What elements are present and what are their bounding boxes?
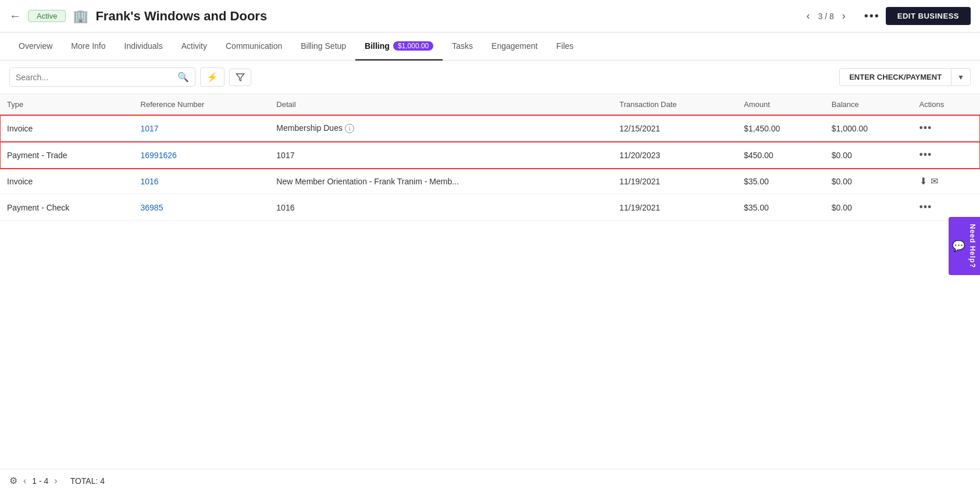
reference-link[interactable]: 1017 [141, 124, 159, 133]
footer-next-button[interactable]: › [54, 476, 57, 486]
cell-balance: $0.00 [825, 142, 913, 169]
billing-table: Type Reference Number Detail Transaction… [0, 94, 980, 221]
edit-business-button[interactable]: EDIT BUSINESS [886, 7, 971, 25]
help-sidebar[interactable]: Need Help? 💬 [949, 217, 980, 275]
footer-total: TOTAL: 4 [70, 476, 105, 486]
cell-balance: $0.00 [825, 169, 913, 194]
cell-date: 11/20/2023 [612, 142, 737, 169]
cell-detail: 1016 [269, 194, 612, 221]
nav-prev-button[interactable]: ‹ [803, 9, 814, 23]
tab-activity[interactable]: Activity [172, 33, 216, 60]
svg-marker-0 [236, 74, 244, 81]
tab-billing[interactable]: Billing $1,000.00 [355, 33, 443, 60]
tab-files[interactable]: Files [547, 33, 583, 60]
page-title: Frank's Windows and Doors [95, 9, 803, 24]
col-detail: Detail [269, 94, 612, 115]
cell-actions[interactable]: ••• [913, 142, 980, 169]
info-icon[interactable]: i [345, 124, 354, 133]
tab-tasks[interactable]: Tasks [443, 33, 482, 60]
email-icon[interactable]: ✉ [931, 176, 938, 186]
tab-navigation: Overview More Info Individuals Activity … [0, 33, 980, 60]
tab-engagement[interactable]: Engagement [482, 33, 547, 60]
table-footer: ⚙ ‹ 1 - 4 › TOTAL: 4 [0, 469, 980, 492]
header: ← Active 🏢 Frank's Windows and Doors ‹ 3… [0, 0, 980, 33]
table-row: Invoice1017Membership Duesi12/15/2021$1,… [0, 115, 980, 142]
toolbar: 🔍 ⚡ ENTER CHECK/PAYMENT ▼ [0, 60, 980, 94]
lightning-button[interactable]: ⚡ [200, 67, 224, 87]
back-button[interactable]: ← [9, 9, 21, 23]
cell-actions[interactable]: ••• [913, 115, 980, 142]
main-content: 🔍 ⚡ ENTER CHECK/PAYMENT ▼ Type Reference… [0, 60, 980, 492]
download-icon[interactable]: ⬇ [920, 176, 927, 186]
cell-reference[interactable]: 36985 [134, 194, 270, 221]
cell-type: Payment - Check [0, 194, 134, 221]
tab-billing-setup[interactable]: Billing Setup [291, 33, 355, 60]
nav-count: 3 / 8 [818, 12, 834, 21]
status-badge: Active [28, 10, 66, 22]
footer-prev-button[interactable]: ‹ [23, 476, 26, 486]
table-scroll-area[interactable]: Type Reference Number Detail Transaction… [0, 94, 980, 469]
cell-date: 11/19/2021 [612, 194, 737, 221]
cell-reference[interactable]: 16991626 [134, 142, 270, 169]
table-row: Invoice1016New Member Orientation - Fran… [0, 169, 980, 194]
cell-amount: $35.00 [737, 194, 825, 221]
cell-balance: $1,000.00 [825, 115, 913, 142]
cell-date: 12/15/2021 [612, 115, 737, 142]
billing-table-container: Type Reference Number Detail Transaction… [0, 94, 980, 492]
cell-type: Invoice [0, 115, 134, 142]
more-actions-button[interactable]: ••• [920, 201, 932, 213]
cell-amount: $1,450.00 [737, 115, 825, 142]
tab-individuals[interactable]: Individuals [115, 33, 172, 60]
tab-more-info[interactable]: More Info [62, 33, 115, 60]
nav-next-button[interactable]: › [839, 9, 849, 23]
cell-detail: New Member Orientation - Frank Tranim - … [269, 169, 612, 194]
tab-overview[interactable]: Overview [9, 33, 62, 60]
cell-date: 11/19/2021 [612, 169, 737, 194]
search-input[interactable] [16, 73, 177, 82]
cell-detail: Membership Duesi [269, 115, 612, 142]
reference-link[interactable]: 36985 [141, 203, 163, 212]
more-actions-button[interactable]: ••• [920, 149, 932, 161]
col-type: Type [0, 94, 134, 115]
help-label: Need Help? [968, 224, 977, 268]
building-icon: 🏢 [73, 9, 88, 24]
cell-reference[interactable]: 1016 [134, 169, 270, 194]
tab-communication[interactable]: Communication [216, 33, 291, 60]
cell-balance: $0.00 [825, 194, 913, 221]
cell-type: Payment - Trade [0, 142, 134, 169]
col-transaction-date: Transaction Date [612, 94, 737, 115]
enter-payment-caret[interactable]: ▼ [952, 69, 970, 85]
more-options-button[interactable]: ••• [858, 7, 886, 25]
table-header-row: Type Reference Number Detail Transaction… [0, 94, 980, 115]
more-actions-button[interactable]: ••• [920, 122, 932, 134]
table-row: Payment - Check36985101611/19/2021$35.00… [0, 194, 980, 221]
col-reference: Reference Number [134, 94, 270, 115]
cell-amount: $450.00 [737, 142, 825, 169]
billing-badge: $1,000.00 [393, 41, 433, 51]
reference-link[interactable]: 1016 [141, 177, 159, 186]
cell-actions[interactable]: ⬇✉ [913, 169, 980, 194]
col-balance: Balance [825, 94, 913, 115]
cell-amount: $35.00 [737, 169, 825, 194]
search-box: 🔍 [9, 67, 195, 87]
reference-link[interactable]: 16991626 [141, 151, 177, 160]
cell-detail: 1017 [269, 142, 612, 169]
enter-payment-button[interactable]: ENTER CHECK/PAYMENT ▼ [839, 68, 971, 86]
table-row: Payment - Trade16991626101711/20/2023$45… [0, 142, 980, 169]
cell-type: Invoice [0, 169, 134, 194]
cell-reference[interactable]: 1017 [134, 115, 270, 142]
record-nav: ‹ 3 / 8 › [803, 9, 849, 23]
filter-button[interactable] [229, 69, 251, 86]
search-icon[interactable]: 🔍 [177, 72, 189, 83]
settings-icon[interactable]: ⚙ [9, 475, 17, 486]
col-actions: Actions [913, 94, 980, 115]
enter-payment-label[interactable]: ENTER CHECK/PAYMENT [840, 69, 952, 85]
footer-range: 1 - 4 [32, 476, 48, 486]
chat-icon: 💬 [952, 240, 965, 252]
col-amount: Amount [737, 94, 825, 115]
